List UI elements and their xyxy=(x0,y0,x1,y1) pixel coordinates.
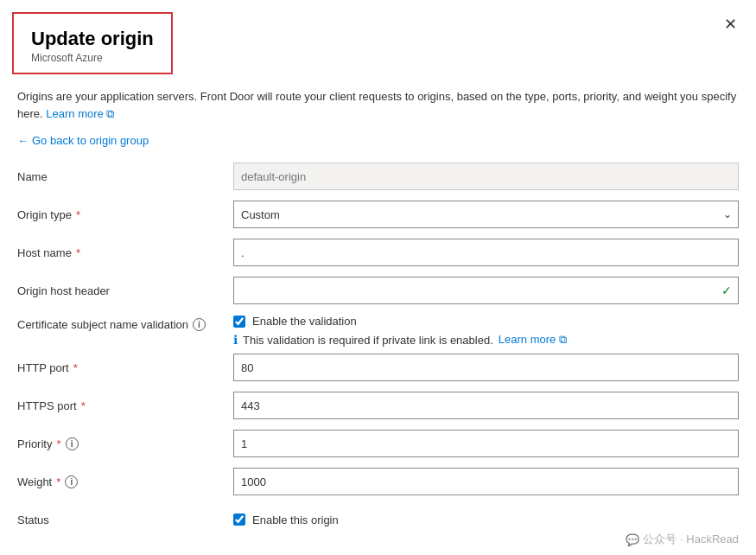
weight-field xyxy=(233,468,739,495)
priority-field xyxy=(233,430,739,457)
priority-input[interactable] xyxy=(233,430,739,457)
close-button[interactable]: ✕ xyxy=(718,12,742,36)
priority-required-star: * xyxy=(56,437,60,450)
https-port-required-star: * xyxy=(81,399,86,412)
origin-host-header-row: Origin host header ✓ xyxy=(17,277,739,304)
host-name-label: Host name * xyxy=(17,246,233,259)
priority-info-icon[interactable]: i xyxy=(66,437,79,450)
dialog-title: Update origin xyxy=(31,28,154,50)
origin-host-header-input[interactable] xyxy=(233,277,739,304)
origin-type-row: Origin type * Custom Storage App Service… xyxy=(17,201,739,228)
origin-host-header-wrapper: ✓ xyxy=(233,277,739,304)
dialog-subtitle: Microsoft Azure xyxy=(31,52,154,64)
info-description: Origins are your application servers. Fr… xyxy=(17,88,739,122)
host-name-field xyxy=(233,239,739,266)
cert-learn-more-link[interactable]: Learn more ⧉ xyxy=(499,333,567,347)
cert-validation-row: Certificate subject name validation i En… xyxy=(17,315,739,347)
https-port-row: HTTPS port * xyxy=(17,392,739,419)
name-input[interactable] xyxy=(233,163,739,190)
cert-checkbox-row: Enable the validation xyxy=(233,315,739,328)
origin-host-header-field: ✓ xyxy=(233,277,739,304)
origin-type-field: Custom Storage App Service Function App … xyxy=(233,201,739,228)
priority-label: Priority * i xyxy=(17,437,233,450)
watermark-icon: 💬 xyxy=(626,533,639,546)
status-checkbox-label: Enable this origin xyxy=(252,514,339,526)
https-port-field xyxy=(233,392,739,419)
https-port-input[interactable] xyxy=(233,392,739,419)
status-row: Status Enable this origin xyxy=(17,506,739,533)
http-port-field xyxy=(233,354,739,381)
weight-required-star: * xyxy=(56,475,60,488)
info-blue-icon: ℹ xyxy=(233,333,238,347)
origin-host-header-label: Origin host header xyxy=(17,284,233,297)
origin-type-select[interactable]: Custom Storage App Service Function App xyxy=(233,201,739,228)
cert-info-icon[interactable]: i xyxy=(193,318,206,331)
origin-type-select-wrapper: Custom Storage App Service Function App … xyxy=(233,201,739,228)
status-label: Status xyxy=(17,514,233,526)
https-port-label: HTTPS port * xyxy=(17,399,233,412)
priority-row: Priority * i xyxy=(17,430,739,457)
status-checkbox-row: Enable this origin xyxy=(233,514,739,526)
learn-more-link[interactable]: Learn more ⧉ xyxy=(46,107,114,120)
name-row: Name xyxy=(17,163,739,190)
cert-validation-info-row: ℹ This validation is required if private… xyxy=(233,333,739,347)
back-to-origin-group-link[interactable]: ← Go back to origin group xyxy=(17,134,149,147)
http-port-input[interactable] xyxy=(233,354,739,381)
host-name-required-star: * xyxy=(76,246,80,259)
host-name-row: Host name * xyxy=(17,239,739,266)
host-name-input[interactable] xyxy=(233,239,739,266)
dialog-body: Origins are your application servers. Fr… xyxy=(0,74,756,555)
cert-checkbox-label: Enable the validation xyxy=(252,315,357,328)
weight-info-icon[interactable]: i xyxy=(65,475,78,488)
http-port-row: HTTP port * xyxy=(17,354,739,381)
status-checkbox[interactable] xyxy=(233,514,245,526)
dialog-header-box: Update origin Microsoft Azure xyxy=(12,12,173,74)
weight-label: Weight * i xyxy=(17,475,233,488)
origin-type-label: Origin type * xyxy=(17,208,233,221)
close-icon: ✕ xyxy=(724,15,737,34)
weight-input[interactable] xyxy=(233,468,739,495)
http-port-label: HTTP port * xyxy=(17,361,233,374)
back-arrow-icon: ← xyxy=(17,134,29,147)
cert-validation-checkbox[interactable] xyxy=(233,316,245,328)
name-field xyxy=(233,163,739,190)
origin-type-required-star: * xyxy=(76,208,80,221)
cert-validation-field: Enable the validation ℹ This validation … xyxy=(233,315,739,347)
weight-row: Weight * i xyxy=(17,468,739,495)
name-label: Name xyxy=(17,170,233,183)
cert-validation-label: Certificate subject name validation i xyxy=(17,315,233,331)
update-origin-dialog: Update origin Microsoft Azure ✕ Origins … xyxy=(0,0,756,555)
checkmark-icon: ✓ xyxy=(721,284,732,297)
http-port-required-star: * xyxy=(73,361,78,374)
status-field: Enable this origin xyxy=(233,514,739,526)
cert-validation-info-text: This validation is required if private l… xyxy=(243,334,493,347)
watermark: 💬 公众号 · HackRead xyxy=(626,532,739,547)
